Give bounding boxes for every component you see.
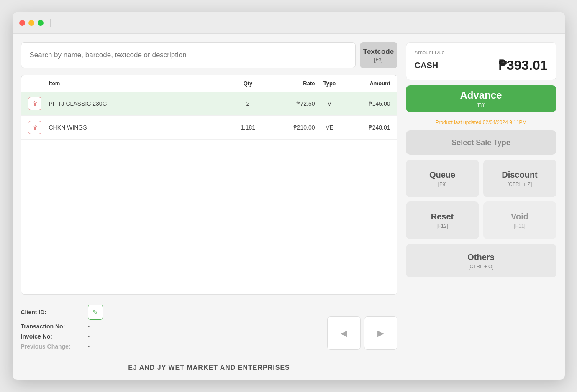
left-panel: Textcode [F3] Item Qty Rate Type Amount bbox=[21, 42, 397, 372]
client-id-label: Client ID: bbox=[21, 309, 84, 316]
header-item: Item bbox=[49, 80, 227, 87]
transaction-label: Transaction No: bbox=[21, 323, 84, 330]
item-type-2: VE bbox=[315, 124, 344, 131]
amount-card: Amount Due CASH ₱393.01 bbox=[406, 42, 556, 80]
main-content: Textcode [F3] Item Qty Rate Type Amount bbox=[13, 34, 565, 380]
transaction-value: - bbox=[88, 323, 90, 330]
void-button[interactable]: Void [F11] bbox=[483, 201, 556, 239]
maximize-button[interactable] bbox=[38, 20, 44, 26]
reset-shortcut: [F12] bbox=[436, 223, 448, 229]
invoice-row: Invoice No: - bbox=[21, 333, 103, 340]
search-row: Textcode [F3] bbox=[21, 42, 397, 68]
edit-client-button[interactable]: ✎ bbox=[88, 305, 103, 320]
select-sale-type-button[interactable]: Select Sale Type bbox=[406, 130, 556, 155]
reset-label: Reset bbox=[431, 212, 454, 221]
reset-button[interactable]: Reset [F12] bbox=[406, 201, 479, 239]
item-type-1: V bbox=[315, 100, 344, 107]
table-row: 🗑 PF TJ CLASSIC 230G 2 ₱72.50 V ₱145.00 bbox=[21, 92, 397, 116]
item-rate-2: ₱210.00 bbox=[269, 124, 315, 131]
advance-button[interactable]: Advance [F8] bbox=[406, 85, 556, 112]
sale-type-label: Select Sale Type bbox=[451, 138, 510, 147]
header-rate: Rate bbox=[269, 80, 315, 87]
table-header: Item Qty Rate Type Amount bbox=[21, 75, 397, 92]
item-name-2: CHKN WINGS bbox=[49, 124, 227, 131]
item-rate-1: ₱72.50 bbox=[269, 100, 315, 107]
header-qty: Qty bbox=[227, 80, 269, 87]
others-shortcut: [CTRL + O] bbox=[468, 264, 494, 270]
delete-row-2-button[interactable]: 🗑 bbox=[28, 121, 41, 134]
previous-value: - bbox=[88, 343, 90, 350]
product-updated-text: Product last updated:02/04/2024 9:11PM bbox=[406, 120, 556, 125]
action-grid: Queue [F9] Discount [CTRL + Z] Reset [F1… bbox=[406, 160, 556, 239]
textcode-label: Textcode bbox=[363, 48, 394, 56]
edit-icon: ✎ bbox=[92, 308, 98, 316]
queue-label: Queue bbox=[429, 170, 455, 180]
header-amount: Amount bbox=[344, 80, 390, 87]
textcode-button[interactable]: Textcode [F3] bbox=[360, 42, 397, 68]
item-name-1: PF TJ CLASSIC 230G bbox=[49, 100, 227, 107]
client-id-row: Client ID: ✎ bbox=[21, 305, 103, 320]
others-label: Others bbox=[467, 252, 494, 262]
discount-label: Discount bbox=[502, 170, 538, 180]
prev-button[interactable]: ◀ bbox=[327, 316, 361, 350]
delete-row-1-button[interactable]: 🗑 bbox=[28, 97, 41, 110]
table-row: 🗑 CHKN WINGS 1.181 ₱210.00 VE ₱248.01 bbox=[21, 116, 397, 140]
app-window: Textcode [F3] Item Qty Rate Type Amount bbox=[13, 12, 565, 380]
left-arrow-icon: ◀ bbox=[341, 328, 347, 338]
invoice-label: Invoice No: bbox=[21, 333, 84, 340]
item-amount-2: ₱248.01 bbox=[344, 124, 390, 131]
header-type: Type bbox=[315, 80, 344, 87]
company-name: EJ AND JY WET MARKET AND ENTERPRISES bbox=[21, 360, 397, 372]
search-wrapper[interactable] bbox=[21, 42, 356, 68]
transaction-row: Transaction No: - bbox=[21, 323, 103, 330]
void-label: Void bbox=[511, 212, 528, 221]
search-input[interactable] bbox=[30, 51, 347, 59]
title-divider bbox=[50, 19, 51, 27]
queue-button[interactable]: Queue [F9] bbox=[406, 160, 479, 197]
trash-icon: 🗑 bbox=[32, 124, 38, 131]
previous-label: Previous Change: bbox=[21, 343, 84, 350]
next-button[interactable]: ▶ bbox=[364, 316, 397, 350]
amount-due-label: Amount Due bbox=[415, 49, 548, 56]
right-panel: Amount Due CASH ₱393.01 Advance [F8] Pro… bbox=[406, 42, 556, 372]
right-arrow-icon: ▶ bbox=[377, 328, 384, 338]
previous-change-row: Previous Change: - bbox=[21, 343, 103, 350]
close-button[interactable] bbox=[19, 20, 25, 26]
advance-shortcut: [F8] bbox=[476, 102, 485, 108]
amount-row: CASH ₱393.01 bbox=[415, 57, 548, 73]
minimize-button[interactable] bbox=[28, 20, 34, 26]
bottom-section: Client ID: ✎ Transaction No: - Invoice N… bbox=[21, 301, 397, 353]
nav-buttons: ◀ ▶ bbox=[327, 316, 397, 350]
client-info: Client ID: ✎ Transaction No: - Invoice N… bbox=[21, 305, 103, 350]
discount-button[interactable]: Discount [CTRL + Z] bbox=[483, 160, 556, 197]
trash-icon: 🗑 bbox=[32, 100, 38, 107]
payment-type: CASH bbox=[415, 61, 439, 70]
amount-value: ₱393.01 bbox=[498, 57, 548, 73]
void-shortcut: [F11] bbox=[514, 223, 525, 229]
others-button[interactable]: Others [CTRL + O] bbox=[406, 244, 556, 277]
title-bar bbox=[13, 12, 565, 34]
invoice-value: - bbox=[88, 333, 90, 340]
item-amount-1: ₱145.00 bbox=[344, 100, 390, 107]
header-delete bbox=[28, 80, 49, 87]
item-qty-2: 1.181 bbox=[227, 124, 269, 131]
queue-shortcut: [F9] bbox=[438, 181, 447, 187]
textcode-shortcut: [F3] bbox=[374, 57, 383, 63]
items-table: Item Qty Rate Type Amount 🗑 PF TJ CLASSI… bbox=[21, 75, 397, 295]
discount-shortcut: [CTRL + Z] bbox=[508, 181, 532, 187]
item-qty-1: 2 bbox=[227, 100, 269, 107]
advance-label: Advance bbox=[460, 89, 502, 101]
